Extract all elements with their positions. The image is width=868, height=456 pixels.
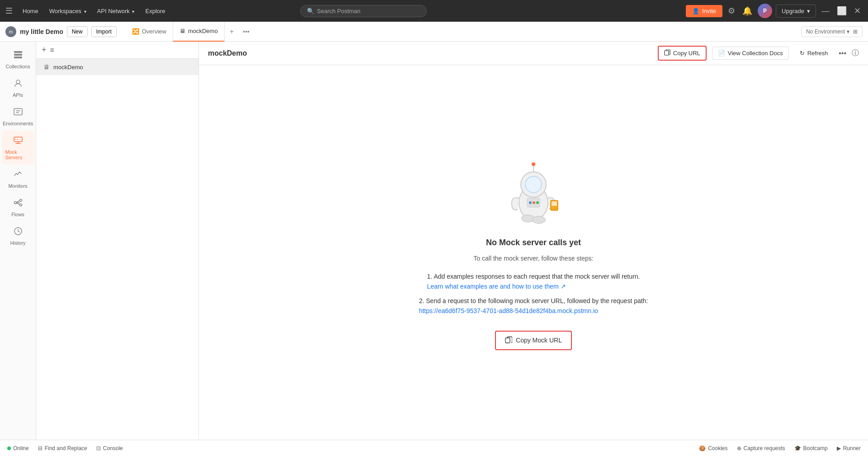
mock-servers-icon bbox=[13, 135, 23, 147]
svg-point-25 bbox=[536, 201, 539, 204]
invite-button[interactable]: 👤 Invite bbox=[686, 5, 722, 17]
info-button[interactable]: ⓘ bbox=[852, 48, 859, 58]
svg-rect-19 bbox=[552, 201, 557, 206]
step-2: 2. Send a request to the following mock … bbox=[419, 297, 648, 314]
sidebar-item-flows[interactable]: Flows bbox=[2, 193, 34, 222]
console-icon: ⊡ bbox=[96, 445, 101, 451]
cookies-button[interactable]: 🍪 Cookies bbox=[699, 445, 727, 451]
svg-rect-2 bbox=[14, 57, 22, 58]
new-button[interactable]: New bbox=[67, 26, 88, 37]
description-text: To call the mock server, follow these st… bbox=[473, 255, 593, 262]
upgrade-button[interactable]: Upgrade ▾ bbox=[776, 5, 816, 18]
copy-mock-icon bbox=[505, 336, 512, 345]
docs-icon: 📄 bbox=[718, 50, 725, 57]
collections-icon bbox=[13, 50, 23, 62]
top-right-actions: 👤 Invite ⚙ 🔔 P Upgrade ▾ — ⬜ ✕ bbox=[686, 4, 863, 18]
settings-button[interactable]: ⚙ bbox=[726, 4, 737, 18]
svg-point-10 bbox=[19, 204, 22, 206]
refresh-button[interactable]: ↻ Refresh bbox=[794, 47, 834, 59]
copy-url-button[interactable]: Copy URL bbox=[658, 46, 707, 61]
environment-selector[interactable]: No Environment ▾ ⊞ bbox=[801, 26, 863, 37]
collection-item-icon: 🖥 bbox=[43, 63, 50, 71]
svg-point-8 bbox=[14, 202, 16, 204]
add-item-button[interactable]: + bbox=[42, 45, 47, 55]
more-options-button[interactable]: ••• bbox=[839, 49, 846, 57]
capture-icon: ⊕ bbox=[737, 445, 741, 451]
import-button[interactable]: Import bbox=[91, 26, 117, 37]
history-label: History bbox=[10, 240, 25, 246]
mock-servers-label: Mock Servers bbox=[5, 149, 31, 160]
runner-button[interactable]: ▶ Runner bbox=[837, 445, 861, 451]
left-panel-header: + ≡ bbox=[36, 42, 198, 59]
tab-overview[interactable]: 🔀 Overview bbox=[126, 22, 173, 42]
notification-button[interactable]: 🔔 bbox=[741, 4, 754, 18]
bootcamp-icon: 🎓 bbox=[794, 445, 801, 451]
minimize-button[interactable]: — bbox=[820, 5, 831, 18]
apis-icon bbox=[13, 78, 23, 90]
mock-url-link[interactable]: https://ea6d6f75-9537-4701-ad88-54d1de82… bbox=[419, 307, 598, 314]
sidebar-item-mock-servers[interactable]: Mock Servers bbox=[2, 131, 34, 165]
avatar: P bbox=[758, 4, 772, 18]
refresh-icon: ↻ bbox=[800, 50, 805, 57]
content-header: mockDemo Copy URL 📄 View Collection Docs… bbox=[199, 42, 868, 65]
copy-url-icon bbox=[664, 49, 670, 57]
filter-button[interactable]: ≡ bbox=[50, 46, 54, 54]
add-tab-button[interactable]: + bbox=[225, 22, 239, 42]
nav-api-network[interactable]: API Network ▾ bbox=[93, 5, 139, 17]
svg-rect-26 bbox=[505, 338, 510, 343]
bottom-bar: Online ⊟ Find and Replace ⊡ Console 🍪 Co… bbox=[0, 440, 868, 456]
workspace-bar: m my little Demo New Import 🔀 Overview 🖥… bbox=[0, 22, 868, 42]
nav-explore[interactable]: Explore bbox=[141, 5, 170, 17]
find-replace-icon: ⊟ bbox=[38, 445, 42, 451]
top-navigation: ☰ Home Workspaces ▾ API Network ▾ Explor… bbox=[0, 0, 868, 22]
sidebar-item-collections[interactable]: Collections bbox=[2, 45, 34, 74]
sidebar-item-apis[interactable]: APIs bbox=[2, 74, 34, 102]
svg-rect-0 bbox=[14, 51, 22, 53]
svg-rect-12 bbox=[665, 51, 669, 55]
find-replace-button[interactable]: ⊟ Find and Replace bbox=[38, 445, 87, 451]
console-button[interactable]: ⊡ Console bbox=[96, 445, 123, 451]
mockdemo-icon: 🖥 bbox=[179, 28, 185, 34]
api-network-arrow-icon: ▾ bbox=[132, 9, 134, 14]
more-tabs-button[interactable]: ••• bbox=[239, 22, 254, 42]
collection-item-name: mockDemo bbox=[53, 64, 83, 71]
content-title: mockDemo bbox=[208, 49, 652, 57]
bottom-right-items: 🍪 Cookies ⊕ Capture requests 🎓 Bootcamp … bbox=[699, 445, 861, 451]
left-panel: + ≡ 🖥 mockDemo bbox=[36, 42, 199, 440]
sidebar-item-environments[interactable]: Environments bbox=[2, 102, 34, 131]
cookies-icon: 🍪 bbox=[699, 445, 706, 451]
sidebar-item-monitors[interactable]: Monitors bbox=[2, 165, 34, 193]
tab-mockdemo[interactable]: 🖥 mockDemo bbox=[173, 22, 225, 42]
svg-rect-4 bbox=[14, 109, 22, 115]
bootcamp-button[interactable]: 🎓 Bootcamp bbox=[794, 445, 828, 451]
maximize-button[interactable]: ⬜ bbox=[835, 4, 849, 18]
view-docs-button[interactable]: 📄 View Collection Docs bbox=[712, 47, 789, 60]
monitors-label: Monitors bbox=[8, 183, 27, 189]
menu-icon[interactable]: ☰ bbox=[5, 6, 13, 16]
nav-home[interactable]: Home bbox=[18, 5, 43, 17]
environments-icon bbox=[13, 107, 23, 119]
environments-label: Environments bbox=[3, 121, 33, 126]
step1-text: 1. Add examples responses to each reques… bbox=[427, 273, 640, 280]
capture-requests-button[interactable]: ⊕ Capture requests bbox=[737, 445, 785, 451]
tab-bar: 🔀 Overview 🖥 mockDemo + ••• bbox=[126, 22, 797, 42]
nav-workspaces[interactable]: Workspaces ▾ bbox=[45, 5, 91, 17]
monitors-icon bbox=[13, 169, 23, 181]
sidebar: Collections APIs Environments bbox=[0, 42, 36, 440]
runner-icon: ▶ bbox=[837, 445, 841, 451]
main-layout: Collections APIs Environments bbox=[0, 42, 868, 440]
step1-link[interactable]: Learn what examples are and how to use t… bbox=[427, 283, 566, 290]
sidebar-item-history[interactable]: History bbox=[2, 222, 34, 250]
svg-point-6 bbox=[15, 139, 16, 140]
copy-mock-url-button[interactable]: Copy Mock URL bbox=[495, 331, 572, 350]
content-body: No Mock server calls yet To call the moc… bbox=[199, 65, 868, 440]
no-calls-heading: No Mock server calls yet bbox=[486, 238, 581, 247]
svg-point-17 bbox=[532, 162, 535, 166]
workspace-avatar: m bbox=[5, 26, 16, 37]
svg-point-23 bbox=[529, 201, 532, 204]
search-bar[interactable]: 🔍 Search Postman bbox=[300, 5, 427, 17]
close-button[interactable]: ✕ bbox=[852, 4, 863, 18]
content-area: mockDemo Copy URL 📄 View Collection Docs… bbox=[199, 42, 868, 440]
overview-icon: 🔀 bbox=[132, 28, 139, 35]
collection-item-mockdemo[interactable]: 🖥 mockDemo bbox=[36, 59, 198, 75]
